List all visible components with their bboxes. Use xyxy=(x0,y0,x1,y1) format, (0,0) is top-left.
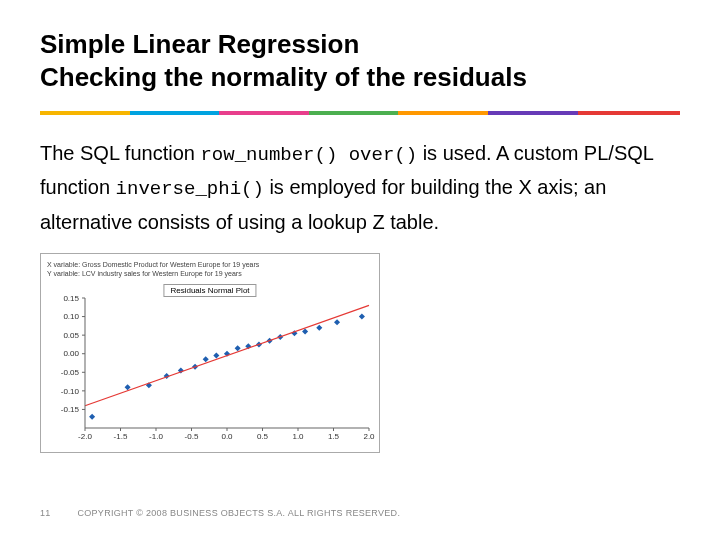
y-tick-label: 0.15 xyxy=(63,293,79,302)
x-tick-label: -0.5 xyxy=(185,432,199,441)
code-inverse-phi: inverse_phi() xyxy=(116,178,264,200)
slide-footer: 11 COPYRIGHT © 2008 BUSINESS OBJECTS S.A… xyxy=(40,508,400,518)
plot-area xyxy=(85,298,369,428)
chart-meta-x: X variable: Gross Domestic Product for W… xyxy=(47,260,373,269)
x-tick-label: 2.0 xyxy=(363,432,374,441)
chart-title: Residuals Normal Plot xyxy=(163,284,256,297)
title-line-2: Checking the normality of the residuals xyxy=(40,62,527,92)
y-tick-label: -0.10 xyxy=(61,386,79,395)
body-paragraph: The SQL function row_number() over() is … xyxy=(40,137,680,239)
code-row-number: row_number() over() xyxy=(200,144,417,166)
x-tick-label: 1.5 xyxy=(328,432,339,441)
y-tick-label: -0.05 xyxy=(61,367,79,376)
y-tick-label: 0.00 xyxy=(63,349,79,358)
x-axis-ticks: -2.0-1.5-1.0-0.50.00.51.01.52.0 xyxy=(85,432,369,444)
x-tick-label: 0.5 xyxy=(257,432,268,441)
chart-svg xyxy=(85,298,369,428)
chart-meta: X variable: Gross Domestic Product for W… xyxy=(47,260,373,278)
x-tick-label: -1.5 xyxy=(114,432,128,441)
x-tick-label: 0.0 xyxy=(221,432,232,441)
y-tick-label: 0.05 xyxy=(63,330,79,339)
body-text-1: The SQL function xyxy=(40,142,200,164)
chart-container: X variable: Gross Domestic Product for W… xyxy=(40,253,380,453)
page-number: 11 xyxy=(40,508,51,518)
title-line-1: Simple Linear Regression xyxy=(40,29,359,59)
y-tick-label: -0.15 xyxy=(61,405,79,414)
chart-meta-y: Y variable: LCV industry sales for Weste… xyxy=(47,269,373,278)
y-tick-label: 0.10 xyxy=(63,312,79,321)
y-axis-ticks: 0.150.100.050.00-0.05-0.10-0.15 xyxy=(47,298,81,428)
x-tick-label: 1.0 xyxy=(292,432,303,441)
x-tick-label: -2.0 xyxy=(78,432,92,441)
x-tick-label: -1.0 xyxy=(149,432,163,441)
copyright-text: COPYRIGHT © 2008 BUSINESS OBJECTS S.A. A… xyxy=(77,508,400,518)
slide-title: Simple Linear Regression Checking the no… xyxy=(40,28,680,93)
color-divider xyxy=(40,111,680,115)
